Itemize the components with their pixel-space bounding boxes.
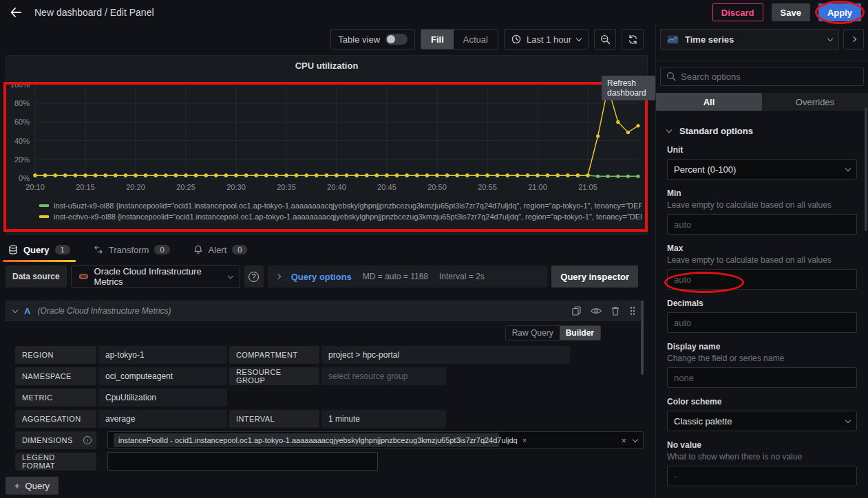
duplicate-icon[interactable]	[572, 306, 581, 316]
remove-dimension-icon[interactable]: ×	[522, 436, 527, 444]
field-row: NAMESPACE oci_computeagent RESOURCE GROU…	[15, 367, 644, 385]
min-input[interactable]	[667, 214, 857, 235]
decimals-input[interactable]	[667, 312, 857, 333]
display-name-description: Change the field or series name	[667, 354, 857, 363]
unit-value: Percent (0-100)	[674, 164, 736, 175]
datasource-help-button[interactable]: ?	[244, 266, 264, 288]
svg-text:20:35: 20:35	[277, 183, 296, 191]
drag-handle-icon[interactable]	[629, 306, 636, 316]
svg-text:21:00: 21:00	[528, 183, 547, 191]
query-inspector-button[interactable]: Query inspector	[551, 266, 638, 288]
standard-options-section-header[interactable]: Standard options	[667, 126, 857, 136]
color-scheme-select[interactable]: Classic palette	[667, 411, 857, 431]
query-fields: REGION ap-tokyo-1 COMPARTMENT project > …	[6, 345, 644, 470]
options-search-input[interactable]	[681, 72, 858, 82]
tab-all-options[interactable]: All	[656, 93, 762, 111]
query-row-header[interactable]: A (Oracle Cloud Infrastructure Metrics)	[6, 301, 644, 321]
clock-icon	[511, 34, 521, 44]
eye-icon[interactable]	[591, 307, 602, 315]
clear-all-icon[interactable]: ×	[621, 435, 626, 446]
zoom-out-icon	[600, 34, 611, 45]
legend-item[interactable]: inst-u5uzt-x9-ol88 {instancepoolid="ocid…	[39, 200, 642, 211]
display-name-input[interactable]	[667, 367, 857, 388]
metric-value[interactable]: CpuUtilization	[98, 389, 227, 407]
region-value[interactable]: ap-tokyo-1	[98, 346, 227, 364]
tab-transform[interactable]: Transform 0	[91, 239, 173, 260]
trash-icon[interactable]	[611, 306, 620, 316]
tab-overrides[interactable]: Overrides	[762, 93, 868, 111]
panel-toolbar: Table view Fill Actual Last 1 hour	[330, 29, 644, 50]
zoom-out-button[interactable]	[594, 29, 616, 50]
add-query-label: Query	[25, 481, 50, 491]
dimension-chip: instancePoolId - ocid1.instancepool.oc1.…	[114, 433, 499, 447]
standard-options-title: Standard options	[679, 126, 753, 136]
region-label: REGION	[15, 346, 96, 364]
field-row: METRIC CpuUtilization	[15, 389, 644, 407]
legend-format-input[interactable]	[107, 452, 378, 471]
builder-option[interactable]: Builder	[560, 326, 600, 340]
chevron-down-icon[interactable]	[633, 436, 638, 442]
sidebar-scrollbar[interactable]	[865, 107, 867, 231]
datasource-name: Oracle Cloud Infrastructure Metrics	[94, 266, 223, 287]
no-value-input[interactable]	[667, 466, 857, 486]
legend-series-name: inst-echvo-x9-ol88 {instancepoolid="ocid…	[54, 213, 642, 221]
interval-label: INTERVAL	[229, 410, 319, 428]
panel-title: CPU utilization	[6, 56, 647, 74]
namespace-value[interactable]: oci_computeagent	[98, 367, 227, 385]
raw-query-option[interactable]: Raw Query	[506, 326, 560, 340]
actual-option[interactable]: Actual	[454, 30, 498, 49]
section-chevron-icon	[666, 127, 672, 133]
tab-alert[interactable]: Alert 0	[191, 239, 251, 260]
svg-text:20:50: 20:50	[427, 183, 447, 191]
max-input[interactable]	[667, 269, 857, 290]
fill-option[interactable]: Fill	[421, 30, 454, 49]
datasource-picker[interactable]: Oracle Cloud Infrastructure Metrics	[71, 266, 240, 288]
cpu-utilization-panel: CPU utilization 0%20%40%60%80%100%20:102…	[6, 55, 648, 235]
interval-value[interactable]: 1 minute	[321, 410, 446, 428]
dimension-controls: ×	[621, 435, 637, 446]
svg-text:0%: 0%	[19, 174, 30, 182]
refresh-icon	[628, 34, 638, 45]
back-button[interactable]	[7, 3, 25, 21]
namespace-label: NAMESPACE	[15, 367, 96, 385]
tab-query[interactable]: Query 1	[6, 239, 73, 260]
toggle-knob	[387, 35, 395, 43]
max-data-points-text: MD = auto = 1168	[363, 272, 428, 281]
query-options-link[interactable]: Query options	[291, 272, 352, 282]
compartment-value[interactable]: project > hpc-portal	[321, 346, 570, 364]
apply-button-wrapper: Apply	[818, 3, 861, 21]
options-search[interactable]	[660, 67, 864, 86]
collapse-chevron-icon[interactable]	[12, 307, 18, 312]
apply-button[interactable]: Apply	[818, 3, 861, 21]
compartment-label: COMPARTMENT	[229, 346, 319, 364]
add-query-button[interactable]: + Query	[6, 477, 59, 495]
aggregation-value[interactable]: average	[98, 410, 227, 428]
tab-transform-count: 0	[154, 245, 169, 255]
time-series-chart[interactable]: 0%20%40%60%80%100%20:1020:1520:2020:2520…	[8, 76, 644, 197]
visualization-name: Time series	[685, 34, 734, 45]
chevron-right-icon	[275, 274, 280, 279]
save-button[interactable]: Save	[772, 3, 810, 21]
refresh-button[interactable]	[622, 29, 644, 50]
legend-item[interactable]: inst-echvo-x9-ol88 {instancepoolid="ocid…	[39, 211, 642, 222]
bell-icon	[193, 245, 203, 255]
editor-scrollbar[interactable]	[641, 301, 644, 375]
table-view-toggle[interactable]: Table view	[330, 29, 415, 50]
time-range-picker[interactable]: Last 1 hour	[504, 29, 589, 50]
discard-button[interactable]: Discard	[712, 3, 763, 21]
toggle-viz-picker-button[interactable]	[843, 29, 864, 50]
unit-select[interactable]: Percent (0-100)	[667, 159, 857, 180]
resource-group-value[interactable]: select resource group	[321, 367, 446, 385]
no-value-description: What to show when there is no value	[667, 452, 857, 462]
interval-text: Interval = 2s	[439, 272, 485, 281]
table-view-switch[interactable]	[385, 34, 407, 45]
page-title: New dashboard / Edit Panel	[34, 7, 154, 18]
time-series-icon	[667, 35, 679, 44]
tab-query-count: 1	[55, 245, 70, 255]
svg-text:20%: 20%	[14, 155, 30, 164]
visualization-picker[interactable]: Time series	[660, 29, 839, 50]
display-name-label: Display name	[667, 342, 857, 351]
min-description: Leave empty to calculate based on all va…	[667, 200, 857, 210]
tab-alert-count: 0	[232, 245, 247, 255]
dimensions-select[interactable]: instancePoolId - ocid1.instancepool.oc1.…	[107, 431, 644, 449]
